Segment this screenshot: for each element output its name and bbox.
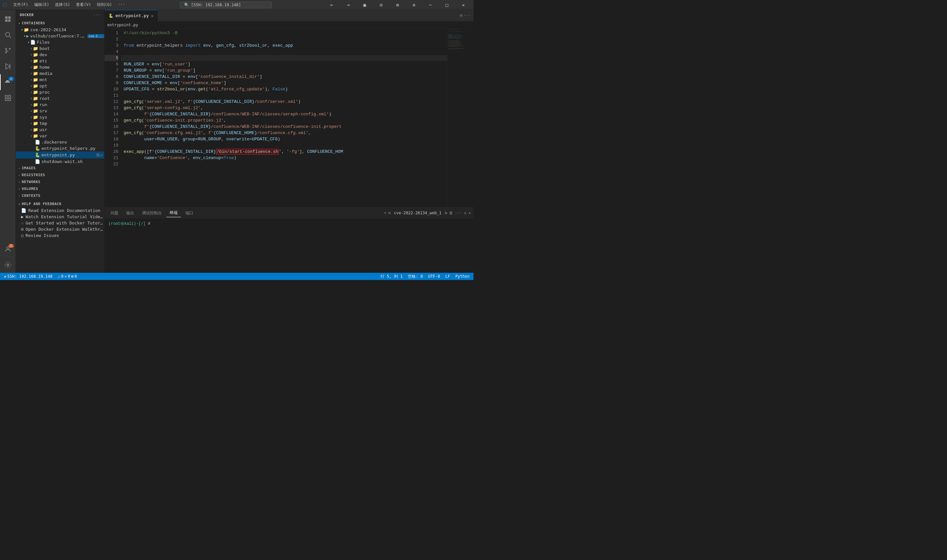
tab-debug[interactable]: 调试控制台: [139, 209, 165, 217]
status-ssh[interactable]: ⇄ SSH: 192.168.19.148: [3, 274, 54, 279]
status-encoding[interactable]: UTF-8: [427, 274, 441, 279]
terminal-dots-icon[interactable]: ···: [455, 211, 462, 215]
section-registries[interactable]: › REGISTRIES: [16, 172, 104, 178]
sidebar-actions: ···: [93, 12, 100, 17]
code-line-6: RUN_USER = env['run_user']: [121, 61, 447, 68]
activity-search[interactable]: [0, 27, 16, 43]
chevron-icon: ›: [30, 84, 32, 88]
terminal-content[interactable]: (root㉿kali)-[/] #: [105, 219, 473, 273]
tab-problems[interactable]: 问题: [107, 209, 122, 217]
tree-dir-tmp[interactable]: › 📁 tmp: [16, 120, 104, 126]
menu-goto[interactable]: 转到(G): [94, 1, 115, 8]
activity-docker[interactable]: 2: [0, 74, 16, 90]
section-images[interactable]: › IMAGES: [16, 165, 104, 172]
menu-view[interactable]: 查看(V): [73, 1, 94, 8]
tree-dir-media[interactable]: › 📁 media: [16, 70, 104, 77]
help-watch-videos[interactable]: ▶ Watch Extension Tutorial Videos: [16, 214, 104, 220]
tab-terminal[interactable]: 终端: [166, 209, 181, 217]
more-actions-icon[interactable]: ···: [93, 12, 100, 17]
tree-file-helpers[interactable]: 🐍 entrypoint_helpers.py: [16, 145, 104, 151]
activity-settings[interactable]: [0, 257, 16, 273]
menu-more[interactable]: ···: [115, 1, 128, 8]
activity-explorer[interactable]: [0, 11, 16, 27]
files-folder[interactable]: ▾ 📄 Files: [16, 39, 104, 45]
open-icon[interactable]: ↗: [100, 152, 103, 158]
help-read-docs[interactable]: 📄 Read Extension Documentation: [16, 208, 104, 214]
tree-container: ▾ CONTAINERS ▾ 📁 cve-2022-26134 ▾ ▶ vulh…: [16, 20, 104, 273]
search-box[interactable]: 🔍 [SSH: 192.168.19.148]: [180, 2, 272, 8]
tab-output[interactable]: 输出: [123, 209, 137, 217]
activity-source-control[interactable]: [0, 43, 16, 58]
section-contexts[interactable]: › CONTEXTS: [16, 192, 104, 199]
help-get-started[interactable]: ☆ Get Started with Docker Tutorial: [16, 220, 104, 226]
section-containers[interactable]: ▾ CONTAINERS: [16, 20, 104, 27]
tree-file-entrypoint[interactable]: 🐍 entrypoint.py ⧉ ↗: [16, 151, 104, 158]
status-language[interactable]: Python: [454, 274, 471, 279]
section-help[interactable]: ▾ HELP AND FEEDBACK: [16, 200, 104, 208]
dir-label: dev: [40, 52, 104, 57]
nav-forward-button[interactable]: →: [341, 0, 356, 10]
tree-dir-var[interactable]: › 📁 var: [16, 133, 104, 139]
tree-dir-boot[interactable]: › 📁 boot: [16, 45, 104, 52]
status-cursor[interactable]: 行 5, 列 1: [379, 274, 404, 279]
menu-selection[interactable]: 选择(S): [52, 1, 73, 8]
container-group-label: cve-2022-26134: [30, 27, 104, 32]
status-errors[interactable]: ⚠ 0 ✕ 0 ⊞ 0: [57, 274, 78, 279]
close-button[interactable]: ✕: [456, 0, 471, 10]
tab-close-button[interactable]: ✕: [151, 13, 154, 18]
more-actions-icon[interactable]: ···: [463, 13, 471, 18]
container-item[interactable]: ▾ ▶ vulhub/confluence:7.13.6 cve-2...: [16, 33, 104, 39]
eol-label: LF: [445, 274, 450, 279]
terminal-close-icon[interactable]: ✕: [468, 211, 471, 215]
help-walkthrough[interactable]: ⊡ Open Docker Extension Walkthrough: [16, 226, 104, 232]
tree-dir-proc[interactable]: › 📁 proc: [16, 89, 104, 95]
dir-label: sys: [40, 115, 104, 120]
terminal-trash-icon[interactable]: 🗑: [449, 211, 453, 215]
activity-run[interactable]: [0, 58, 16, 74]
tree-dir-run[interactable]: › 📁 run: [16, 102, 104, 108]
tree-dir-usr[interactable]: › 📁 usr: [16, 126, 104, 133]
status-indent[interactable]: 空格: 8: [407, 274, 424, 279]
tree-dir-root[interactable]: › 📁 root: [16, 95, 104, 102]
menu-bar: 文件(F) 编辑(E) 选择(S) 查看(V) 转到(G) ···: [11, 1, 128, 8]
tree-dir-srv[interactable]: › 📁 srv: [16, 108, 104, 114]
ssh-label: SSH: 192.168.19.148: [7, 274, 52, 279]
nav-back-button[interactable]: ←: [324, 0, 339, 10]
section-networks[interactable]: › NETWORKS: [16, 178, 104, 185]
section-volumes[interactable]: › VOLUMES: [16, 185, 104, 192]
toggle-sidebar-button[interactable]: ⊟: [374, 0, 389, 10]
tree-dir-etc[interactable]: › 📁 etc: [16, 58, 104, 64]
activity-account[interactable]: 1: [0, 241, 16, 257]
tab-entrypoint[interactable]: 🐍 entrypoint.py ✕: [105, 10, 158, 22]
tree-file-shutdown[interactable]: 📄 shutdown-wait.sh: [16, 158, 104, 165]
menu-file[interactable]: 文件(F): [11, 1, 31, 8]
terminal-collapse-icon[interactable]: ∧: [464, 211, 467, 215]
terminal-tabs: 问题 输出 调试控制台 终端 端口 + ⊟ cve-2022-26134_web…: [105, 208, 473, 219]
tree-dir-dev[interactable]: › 📁 dev: [16, 52, 104, 58]
status-right: 行 5, 列 1 空格: 8 UTF-8 LF Python: [379, 274, 471, 279]
code-content[interactable]: #!/usr/bin/python3 -B from entrypoint_he…: [121, 29, 447, 207]
split-terminal-icon[interactable]: ⊟: [388, 211, 391, 215]
toggle-layout-button[interactable]: ⊞: [390, 0, 405, 10]
tree-dir-sys[interactable]: › 📁 sys: [16, 114, 104, 120]
dir-label: media: [40, 71, 104, 76]
tree-dir-opt[interactable]: › 📁 opt: [16, 83, 104, 89]
split-editor-icon[interactable]: ⊞: [460, 13, 462, 18]
copy-icon[interactable]: ⧉: [96, 152, 100, 158]
tree-dir-mnt[interactable]: › 📁 mnt: [16, 77, 104, 83]
menu-edit[interactable]: 编辑(E): [32, 1, 52, 8]
terminal-more-icon[interactable]: ⊞: [445, 211, 447, 215]
tree-file-dockerenv[interactable]: 📄 .dockerenv: [16, 139, 104, 145]
code-line-9: CONFLUENCE_HOME = env['confluence_home']: [121, 80, 447, 86]
help-review-issues[interactable]: ○ Review Issues: [16, 232, 104, 238]
new-terminal-icon[interactable]: +: [384, 211, 386, 215]
customize-button[interactable]: ≡: [407, 0, 422, 10]
toggle-panel-button[interactable]: ▣: [357, 0, 372, 10]
activity-extensions[interactable]: [0, 90, 16, 106]
minimize-button[interactable]: ─: [423, 0, 438, 10]
tree-dir-home[interactable]: › 📁 home: [16, 64, 104, 70]
tab-ports[interactable]: 端口: [182, 209, 197, 217]
maximize-button[interactable]: □: [439, 0, 454, 10]
container-group-cve[interactable]: ▾ 📁 cve-2022-26134: [16, 27, 104, 33]
status-eol[interactable]: LF: [444, 274, 451, 279]
